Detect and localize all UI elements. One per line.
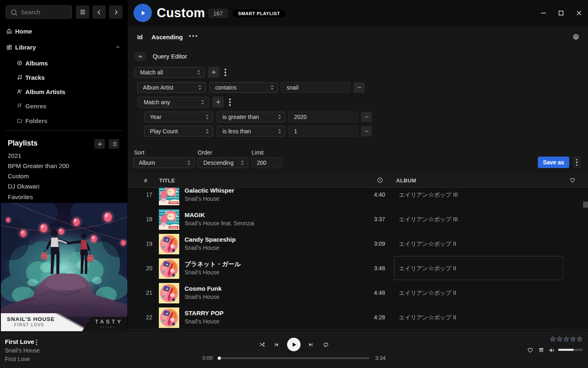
svg-text:TASTY: TASTY <box>95 319 123 325</box>
svg-text:FIRST LOVE: FIRST LOVE <box>14 323 45 327</box>
svg-text:BETAMXI: BETAMXI <box>100 326 117 328</box>
svg-text:SNAIL’S HOUSE: SNAIL’S HOUSE <box>7 316 55 322</box>
